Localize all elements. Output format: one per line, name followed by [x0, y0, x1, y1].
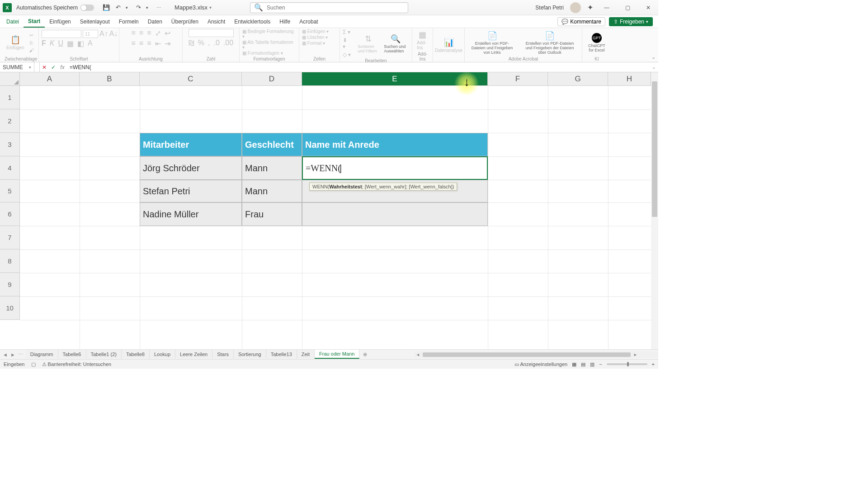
- ribbon-tab-datei[interactable]: Datei: [2, 15, 24, 28]
- editing-cell[interactable]: =WENN(|: [302, 156, 488, 180]
- enter-formula-icon[interactable]: ✓: [49, 64, 58, 70]
- row-header-6[interactable]: 6: [0, 202, 20, 226]
- undo-dropdown-icon[interactable]: ▾: [122, 3, 131, 12]
- data-analysis-button[interactable]: 📊Datenanalyse: [436, 37, 462, 54]
- align-left-icon[interactable]: ≡: [131, 39, 135, 48]
- accessibility-status[interactable]: ⚠ Barrierefreiheit: Untersuchen: [42, 361, 112, 367]
- hscroll-right-icon[interactable]: ►: [633, 352, 637, 357]
- table-cell[interactable]: Mann: [242, 180, 302, 202]
- row-header-2[interactable]: 2: [0, 109, 20, 133]
- cut-button[interactable]: ✂: [28, 32, 35, 39]
- pdf-links-button[interactable]: 📄Erstellen von PDF-Dateien und Freigeben…: [467, 30, 517, 56]
- macro-record-icon[interactable]: ▢: [31, 361, 36, 367]
- insert-cells-button[interactable]: ▦ Einfügen ▾: [302, 29, 329, 34]
- table-cell[interactable]: Frau: [242, 202, 302, 226]
- align-top-icon[interactable]: ≡: [131, 29, 135, 38]
- row-header-9[interactable]: 9: [0, 273, 20, 296]
- autosave-toggle[interactable]: [80, 5, 94, 11]
- redo-icon[interactable]: ↷: [134, 3, 143, 12]
- insert-function-icon[interactable]: fx: [58, 64, 67, 70]
- coming-soon-icon[interactable]: ✦: [587, 3, 593, 12]
- view-normal-icon[interactable]: ▦: [572, 361, 576, 367]
- sheet-prev-icon[interactable]: ◄: [3, 352, 8, 357]
- ribbon-tab-seitenlayout[interactable]: Seitenlayout: [75, 15, 114, 28]
- view-pagelayout-icon[interactable]: ▤: [581, 361, 585, 367]
- row-header-3[interactable]: 3: [0, 133, 20, 156]
- copy-button[interactable]: ⎘: [28, 40, 35, 46]
- indent-dec-icon[interactable]: ⇤: [155, 39, 161, 48]
- table-cell[interactable]: [302, 202, 488, 226]
- underline-icon[interactable]: U: [58, 39, 63, 48]
- share-button[interactable]: ⇧ Freigeben ▾: [609, 17, 653, 26]
- sheet-tab[interactable]: Tabelle1 (2): [86, 350, 122, 359]
- percent-icon[interactable]: %: [198, 39, 204, 47]
- row-header-4[interactable]: 4: [0, 156, 20, 180]
- hscroll-thumb[interactable]: [423, 352, 631, 357]
- row-header-1[interactable]: 1: [0, 86, 20, 109]
- add-sheet-button[interactable]: ⊕: [359, 352, 371, 357]
- search-input[interactable]: [267, 5, 404, 11]
- wrap-icon[interactable]: ↩: [165, 29, 170, 38]
- sheet-tab[interactable]: Lookup: [150, 350, 175, 359]
- fill-color-icon[interactable]: ◧: [77, 39, 84, 48]
- font-color-icon[interactable]: A: [88, 39, 93, 48]
- document-name[interactable]: Mappe3.xlsx ▾: [175, 4, 212, 11]
- table-cell[interactable]: Mann: [242, 156, 302, 180]
- format-painter-button[interactable]: 🖌: [28, 47, 35, 53]
- col-header-A[interactable]: A: [20, 72, 80, 86]
- vertical-scrollbar[interactable]: [651, 72, 658, 349]
- zoom-out-icon[interactable]: −: [599, 361, 602, 367]
- autosum-icon[interactable]: Σ ▾: [343, 29, 351, 35]
- row-header-8[interactable]: 8: [0, 249, 20, 273]
- table-header[interactable]: Name mit Anrede: [302, 133, 488, 156]
- sheet-tab[interactable]: Frau oder Mann: [315, 350, 359, 359]
- format-cells-button[interactable]: ▦ Format ▾: [302, 41, 325, 46]
- redo-dropdown-icon[interactable]: ▾: [142, 3, 151, 12]
- maximize-button[interactable]: ▢: [620, 2, 635, 13]
- indent-inc-icon[interactable]: ⇥: [165, 39, 170, 48]
- col-header-E[interactable]: E: [302, 72, 488, 86]
- align-bot-icon[interactable]: ≡: [147, 29, 151, 38]
- ribbon-tab-einfügen[interactable]: Einfügen: [45, 15, 75, 28]
- sheet-tab[interactable]: Sortierung: [234, 350, 266, 359]
- horizontal-scrollbar[interactable]: ◄ ►: [414, 352, 658, 358]
- sheet-tab[interactable]: Tabelle6: [58, 350, 86, 359]
- display-settings[interactable]: ▭ Anzeigeeinstellungen: [514, 361, 567, 367]
- user-name[interactable]: Stefan Petri: [535, 5, 564, 11]
- row-header-10[interactable]: 10: [0, 296, 20, 320]
- ribbon-tab-start[interactable]: Start: [24, 15, 45, 28]
- table-cell[interactable]: Jörg Schröder: [140, 156, 242, 180]
- clear-icon[interactable]: ◇ ▾: [343, 52, 351, 58]
- align-center-icon[interactable]: ≡: [139, 39, 143, 48]
- ribbon-tab-ansicht[interactable]: Ansicht: [203, 15, 230, 28]
- sheet-tab[interactable]: Diagramm: [26, 350, 58, 359]
- pdf-outlook-button[interactable]: 📄Erstellen von PDF-Dateien und Freigeben…: [520, 30, 579, 56]
- currency-icon[interactable]: ₪: [189, 39, 194, 47]
- delete-cells-button[interactable]: ▦ Löschen ▾: [302, 35, 328, 40]
- select-all-button[interactable]: [0, 72, 20, 86]
- ribbon-tab-hilfe[interactable]: Hilfe: [275, 15, 295, 28]
- comma-icon[interactable]: ,: [208, 39, 210, 47]
- formula-input[interactable]: =WENN(: [67, 64, 649, 70]
- ribbon-tab-überprüfen[interactable]: Überprüfen: [167, 15, 203, 28]
- sheet-more-icon[interactable]: ⋯: [18, 352, 23, 357]
- ribbon-tab-acrobat[interactable]: Acrobat: [295, 15, 322, 28]
- font-name-box[interactable]: [42, 30, 81, 38]
- cells[interactable]: MitarbeiterGeschlechtName mit AnredeJörg…: [20, 86, 651, 349]
- border-icon[interactable]: ▦: [67, 39, 74, 48]
- comments-button[interactable]: 💬 Kommentare: [557, 17, 605, 26]
- zoom-in-icon[interactable]: +: [652, 361, 655, 367]
- minimize-button[interactable]: —: [599, 2, 614, 13]
- ribbon-tab-daten[interactable]: Daten: [143, 15, 167, 28]
- expand-formula-bar-icon[interactable]: ⌄: [649, 65, 658, 70]
- sheet-tab[interactable]: Tabelle8: [122, 350, 150, 359]
- format-table-button[interactable]: ▦ Als Tabelle formatieren ▾: [242, 40, 296, 50]
- row-header-7[interactable]: 7: [0, 226, 20, 249]
- number-format-box[interactable]: [189, 29, 234, 37]
- sheet-tab[interactable]: Tabelle13: [266, 350, 297, 359]
- align-mid-icon[interactable]: ≡: [139, 29, 143, 38]
- col-header-D[interactable]: D: [242, 72, 302, 86]
- avatar[interactable]: [570, 2, 581, 13]
- zoom-slider[interactable]: [607, 363, 647, 365]
- dec-decimal-icon[interactable]: .00: [223, 39, 233, 47]
